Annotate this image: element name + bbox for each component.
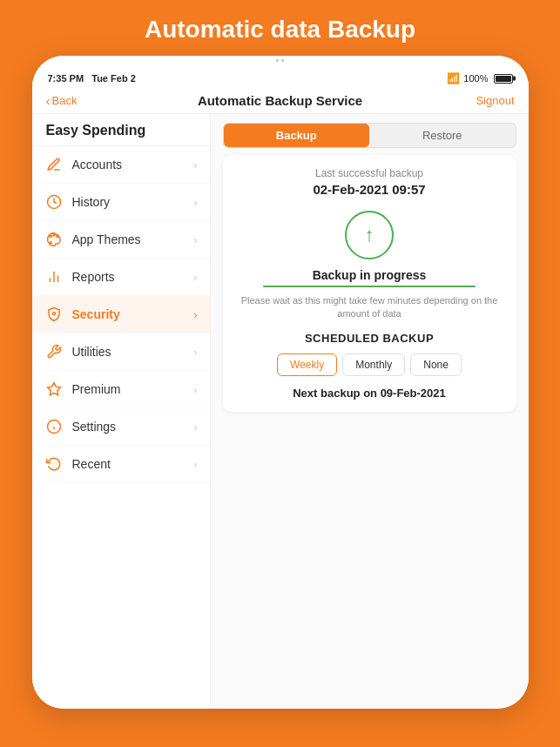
signout-button[interactable]: Signout bbox=[462, 94, 515, 107]
sidebar-chevron-icon: › bbox=[193, 308, 197, 321]
wifi-icon: 📶 bbox=[447, 72, 460, 84]
sidebar-item-utilities[interactable]: Utilities › bbox=[32, 333, 210, 371]
schedule-option-monthly[interactable]: Monthly bbox=[342, 353, 405, 376]
schedule-options: WeeklyMonthlyNone bbox=[237, 353, 503, 376]
tablet-frame: • • 7:35 PM Tue Feb 2 📶 100% ‹ Back Auto… bbox=[32, 56, 529, 709]
backup-card: Last successful backup 02-Feb-2021 09:57… bbox=[223, 155, 516, 412]
sidebar-chevron-icon: › bbox=[193, 346, 197, 359]
battery-icon bbox=[494, 74, 513, 84]
sidebar-label-accounts: Accounts bbox=[72, 158, 194, 172]
sidebar-item-history[interactable]: History › bbox=[32, 184, 210, 221]
status-bar: 7:35 PM Tue Feb 2 📶 100% bbox=[32, 67, 529, 88]
sidebar-chevron-icon: › bbox=[193, 158, 197, 172]
backup-note: Please wait as this might take few minut… bbox=[237, 294, 503, 321]
status-right: 📶 100% bbox=[447, 72, 512, 84]
sidebar-item-security[interactable]: Security › bbox=[32, 296, 210, 333]
schedule-option-weekly[interactable]: Weekly bbox=[277, 353, 337, 376]
sidebar-icon-security bbox=[44, 305, 64, 324]
sidebar-label-security: Security bbox=[72, 307, 194, 321]
tab-backup[interactable]: Backup bbox=[224, 124, 370, 147]
sidebar-label-settings: Settings bbox=[72, 420, 194, 434]
sidebar-chevron-icon: › bbox=[193, 233, 197, 246]
content-area: Backup Restore Last successful backup 02… bbox=[211, 114, 529, 709]
battery-percent: 100% bbox=[463, 73, 488, 84]
sidebar-item-accounts[interactable]: Accounts › bbox=[32, 146, 210, 184]
sidebar-icon-history bbox=[44, 192, 64, 212]
tab-restore[interactable]: Restore bbox=[369, 124, 516, 147]
sidebar-icon-recent bbox=[44, 454, 64, 474]
svg-point-1 bbox=[50, 235, 51, 237]
backup-icon-circle: ↑ bbox=[345, 211, 394, 259]
next-backup: Next backup on 09-Feb-2021 bbox=[237, 387, 503, 400]
sidebar-label-utilities: Utilities bbox=[72, 345, 194, 359]
sidebar-icon-premium bbox=[44, 380, 64, 399]
main-layout: Easy Spending Accounts › History › App T… bbox=[32, 114, 529, 709]
sidebar: Easy Spending Accounts › History › App T… bbox=[32, 114, 211, 709]
sidebar-label-app themes: App Themes bbox=[72, 232, 194, 246]
sidebar-icon-accounts bbox=[44, 155, 64, 174]
sidebar-label-recent: Recent bbox=[72, 457, 194, 471]
camera-dots: • • bbox=[32, 56, 529, 67]
sidebar-chevron-icon: › bbox=[193, 271, 197, 284]
sidebar-item-reports[interactable]: Reports › bbox=[32, 259, 210, 296]
sidebar-label-history: History bbox=[72, 195, 194, 209]
back-label: Back bbox=[52, 94, 78, 107]
sidebar-chevron-icon: › bbox=[193, 196, 197, 209]
sidebar-icon-app themes bbox=[44, 230, 64, 249]
svg-marker-9 bbox=[47, 383, 60, 395]
sidebar-icon-utilities bbox=[44, 342, 64, 361]
sidebar-item-app-themes[interactable]: App Themes › bbox=[32, 221, 210, 259]
sidebar-label-premium: Premium bbox=[72, 382, 194, 396]
backup-progress-label: Backup in progress bbox=[237, 268, 503, 282]
svg-point-4 bbox=[50, 242, 51, 244]
header-title: Automatic data Backup bbox=[0, 0, 560, 56]
back-button[interactable]: ‹ Back bbox=[46, 93, 98, 108]
backup-arrow-icon: ↑ bbox=[365, 224, 374, 246]
sidebar-app-title: Easy Spending bbox=[32, 114, 210, 146]
last-backup-label: Last successful backup bbox=[237, 167, 503, 179]
last-backup-time: 02-Feb-2021 09:57 bbox=[237, 182, 503, 197]
status-time: 7:35 PM Tue Feb 2 bbox=[48, 73, 136, 84]
app-nav-bar: ‹ Back Automatic Backup Service Signout bbox=[32, 88, 529, 114]
back-chevron-icon: ‹ bbox=[46, 93, 51, 108]
sidebar-item-premium[interactable]: Premium › bbox=[32, 371, 210, 408]
sidebar-label-reports: Reports bbox=[72, 270, 194, 284]
scheduled-backup-title: SCHEDULED BACKUP bbox=[237, 332, 503, 345]
svg-point-8 bbox=[52, 313, 55, 315]
sidebar-icon-reports bbox=[44, 267, 64, 286]
page-title: Automatic Backup Service bbox=[98, 93, 462, 108]
sidebar-chevron-icon: › bbox=[193, 421, 197, 434]
sidebar-icon-settings bbox=[44, 417, 64, 436]
schedule-option-none[interactable]: None bbox=[410, 353, 462, 376]
tab-bar: Backup Restore bbox=[223, 123, 516, 148]
sidebar-chevron-icon: › bbox=[193, 383, 197, 396]
sidebar-item-settings[interactable]: Settings › bbox=[32, 408, 210, 446]
sidebar-item-recent[interactable]: Recent › bbox=[32, 446, 210, 483]
sidebar-chevron-icon: › bbox=[193, 458, 197, 471]
backup-progress-bar bbox=[263, 286, 476, 287]
